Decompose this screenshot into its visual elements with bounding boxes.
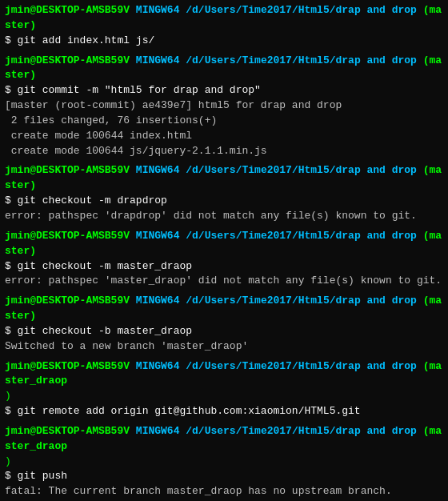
terminal-cmd: $ git checkout -m master_draop bbox=[5, 259, 443, 275]
terminal-continuation: ) bbox=[5, 389, 443, 404]
dollar-sign: $ git add index.html js/ bbox=[5, 34, 154, 46]
terminal-cmd: $ git checkout -b master_draop bbox=[5, 324, 443, 339]
output-line: 2 files changed, 76 insertions(+) bbox=[5, 114, 443, 129]
prompt-path: /d/Users/Time2017/Html5/drap and drop bbox=[186, 164, 417, 176]
terminal-line: jmin@DESKTOP-AMSB59V MINGW64 /d/Users/Ti… bbox=[5, 424, 443, 455]
prompt-user: jmin@DESKTOP-AMSB59V bbox=[5, 295, 130, 307]
terminal-line: jmin@DESKTOP-AMSB59V MINGW64 /d/Users/Ti… bbox=[5, 359, 443, 390]
terminal-cmd: $ git checkout -m drapdrop bbox=[5, 194, 443, 209]
output-line: create mode 100644 index.html bbox=[5, 129, 443, 144]
prompt-branch-open: ( bbox=[423, 295, 430, 307]
terminal-line: jmin@DESKTOP-AMSB59V MINGW64 /d/Users/Ti… bbox=[5, 163, 443, 194]
dollar-sign: $ git push bbox=[5, 470, 67, 482]
prompt-branch-close: ) bbox=[30, 245, 36, 257]
prompt-user: jmin@DESKTOP-AMSB59V bbox=[5, 54, 130, 66]
terminal-line: jmin@DESKTOP-AMSB59V MINGW64 /d/Users/Ti… bbox=[5, 54, 443, 84]
output-line: [master (root-commit) ae439e7] html5 for… bbox=[5, 98, 443, 114]
terminal-cmd: $ git remote add origin git@github.com:x… bbox=[5, 404, 443, 419]
output-line: fatal: The current branch master_draop h… bbox=[5, 484, 443, 499]
prompt-branch-open: ( bbox=[423, 54, 430, 66]
prompt-user: jmin@DESKTOP-AMSB59V bbox=[5, 425, 130, 437]
dollar-sign: $ git remote add origin git@github.com:x… bbox=[5, 405, 361, 417]
dollar-sign: $ git checkout -m drapdrop bbox=[5, 194, 167, 206]
dollar-sign: $ git checkout -b master_draop bbox=[5, 325, 192, 337]
prompt-path: /d/Users/Time2017/Html5/drap and drop bbox=[186, 425, 417, 437]
prompt-shell: MINGW64 bbox=[136, 4, 180, 16]
terminal-cmd: $ git commit -m "html5 for drap and drop… bbox=[5, 83, 443, 98]
dollar-sign: $ git commit -m "html5 for drap and drop… bbox=[5, 84, 261, 96]
terminal-line: jmin@DESKTOP-AMSB59V MINGW64 /d/Users/Ti… bbox=[5, 3, 443, 34]
prompt-shell: MINGW64 bbox=[136, 295, 180, 307]
prompt-path: /d/Users/Time2017/Html5/drap and drop bbox=[186, 4, 417, 16]
output-line: Switched to a new branch 'master_draop' bbox=[5, 339, 443, 355]
prompt-path: /d/Users/Time2017/Html5/drap and drop bbox=[186, 295, 417, 307]
terminal-cmd: $ git add index.html js/ bbox=[5, 34, 443, 49]
prompt-path: /d/Users/Time2017/Html5/drap and drop bbox=[186, 230, 417, 242]
prompt-branch-open: ( bbox=[423, 164, 430, 176]
terminal-continuation: ) bbox=[5, 455, 443, 470]
prompt-path: /d/Users/Time2017/Html5/drap and drop bbox=[186, 360, 417, 372]
terminal-window: jmin@DESKTOP-AMSB59V MINGW64 /d/Users/Ti… bbox=[0, 0, 448, 501]
prompt-shell: MINGW64 bbox=[136, 230, 180, 242]
terminal-line: jmin@DESKTOP-AMSB59V MINGW64 /d/Users/Ti… bbox=[5, 229, 443, 259]
prompt-branch-close: ) bbox=[30, 69, 36, 81]
prompt-branch-close: ) bbox=[30, 179, 36, 191]
prompt-shell: MINGW64 bbox=[136, 164, 180, 176]
terminal-line: jmin@DESKTOP-AMSB59V MINGW64 /d/Users/Ti… bbox=[5, 294, 443, 324]
prompt-branch-open: ( bbox=[423, 230, 430, 242]
dollar-sign: $ git checkout -m master_draop bbox=[5, 260, 192, 272]
output-line: error: pathspec 'master_draop' did not m… bbox=[5, 274, 443, 289]
prompt-user: jmin@DESKTOP-AMSB59V bbox=[5, 230, 130, 242]
prompt-shell: MINGW64 bbox=[136, 425, 180, 437]
prompt-branch-open: ( bbox=[423, 360, 430, 372]
prompt-user: jmin@DESKTOP-AMSB59V bbox=[5, 4, 130, 16]
prompt-branch-close: ) bbox=[30, 19, 36, 31]
prompt-branch-open: ( bbox=[423, 4, 430, 16]
prompt-branch-close: ) bbox=[30, 310, 36, 322]
prompt-shell: MINGW64 bbox=[136, 360, 180, 372]
prompt-user: jmin@DESKTOP-AMSB59V bbox=[5, 164, 130, 176]
prompt-branch-open: ( bbox=[423, 425, 430, 437]
prompt-user: jmin@DESKTOP-AMSB59V bbox=[5, 360, 130, 372]
output-line: create mode 100644 js/jquery-2.1.1.min.j… bbox=[5, 144, 443, 159]
terminal-cmd: $ git push bbox=[5, 469, 443, 484]
output-line: error: pathspec 'drapdrop' did not match… bbox=[5, 209, 443, 224]
prompt-path: /d/Users/Time2017/Html5/drap and drop bbox=[186, 54, 417, 66]
prompt-shell: MINGW64 bbox=[136, 54, 180, 66]
